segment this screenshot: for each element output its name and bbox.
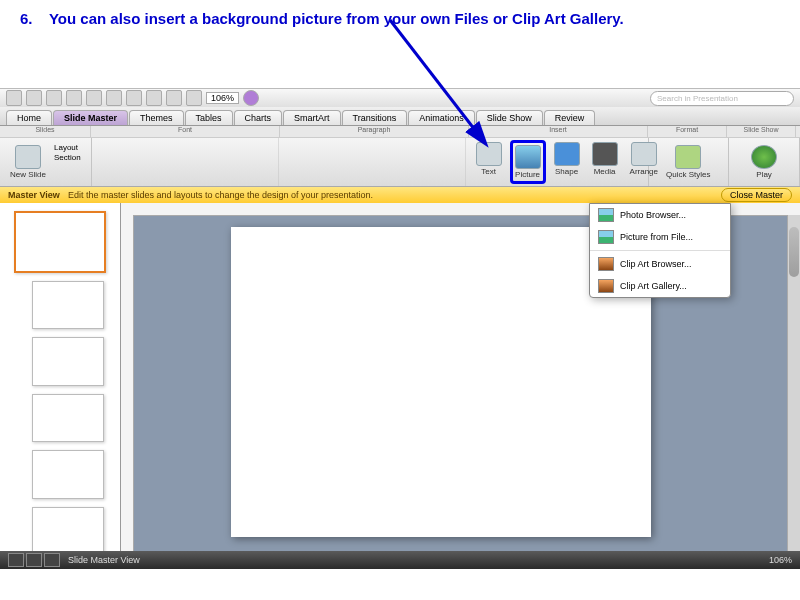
quick-styles-icon (675, 145, 701, 169)
menu-picture-from-file[interactable]: Picture from File... (590, 226, 730, 248)
layout-thumbnail[interactable] (32, 507, 104, 555)
text-button[interactable]: Text (472, 140, 506, 184)
status-bar: Slide Master View 106% (0, 551, 800, 569)
slideshow-view-icon[interactable] (44, 553, 60, 567)
tab-transitions[interactable]: Transitions (342, 110, 408, 125)
picture-button[interactable]: Picture (510, 140, 546, 184)
vertical-scrollbar[interactable] (787, 215, 800, 563)
layout-thumbnail[interactable] (32, 281, 104, 329)
section-paragraph: Paragraph (280, 126, 469, 137)
picture-icon (515, 145, 541, 169)
menu-photo-browser[interactable]: Photo Browser... (590, 204, 730, 226)
master-view-bar: Master View Edit the master slides and l… (0, 187, 800, 203)
ribbon-tabs: Home Slide Master Themes Tables Charts S… (0, 107, 800, 126)
zoom-value[interactable]: 106% (206, 92, 239, 104)
format-icon[interactable] (166, 90, 182, 106)
section-insert: Insert (469, 126, 648, 137)
slide-thumbnail-panel (0, 203, 121, 563)
canvas-area: Photo Browser... Picture from File... Cl… (121, 203, 800, 563)
media-icon (592, 142, 618, 166)
vertical-ruler (121, 215, 134, 563)
new-slide-button[interactable]: New Slide (6, 143, 50, 181)
tab-slide-master[interactable]: Slide Master (53, 110, 128, 125)
section-format: Format (648, 126, 727, 137)
shape-button[interactable]: Shape (550, 140, 584, 184)
redo-icon[interactable] (86, 90, 102, 106)
quick-styles-button[interactable]: Quick Styles (655, 143, 723, 181)
save-icon[interactable] (6, 90, 22, 106)
sorter-view-icon[interactable] (26, 553, 42, 567)
master-view-label: Master View (8, 190, 60, 200)
instruction-text: You can also insert a background picture… (49, 10, 624, 27)
photo-browser-icon (598, 208, 614, 222)
tab-smartart[interactable]: SmartArt (283, 110, 341, 125)
media-button[interactable]: Media (588, 140, 622, 184)
menu-clip-art-gallery[interactable]: Clip Art Gallery... (590, 275, 730, 297)
layout-thumbnail[interactable] (32, 337, 104, 385)
tab-tables[interactable]: Tables (185, 110, 233, 125)
tab-charts[interactable]: Charts (234, 110, 283, 125)
undo-icon[interactable] (66, 90, 82, 106)
print-icon[interactable] (26, 90, 42, 106)
master-view-hint: Edit the master slides and layouts to ch… (68, 190, 373, 200)
group-slideshow: Play (729, 138, 800, 186)
view-mode-icons (8, 553, 60, 567)
scrollbar-thumb[interactable] (789, 227, 799, 277)
normal-view-icon[interactable] (8, 553, 24, 567)
new-slide-icon (15, 145, 41, 169)
slide-canvas[interactable] (231, 227, 651, 537)
quick-access-toolbar: 106% Search in Presentation (0, 89, 800, 107)
tab-home[interactable]: Home (6, 110, 52, 125)
tab-review[interactable]: Review (544, 110, 596, 125)
clip-art-browser-icon (598, 257, 614, 271)
layout-thumbnail[interactable] (32, 394, 104, 442)
shape-icon (554, 142, 580, 166)
search-placeholder: Search in Presentation (657, 94, 738, 103)
paste-icon[interactable] (146, 90, 162, 106)
layout-button[interactable]: Layout (54, 143, 81, 152)
search-input[interactable]: Search in Presentation (650, 91, 794, 106)
menu-separator (590, 250, 730, 251)
menu-clip-art-browser[interactable]: Clip Art Browser... (590, 253, 730, 275)
instruction-line: 6. You can also insert a background pict… (0, 0, 800, 27)
cut-icon[interactable] (106, 90, 122, 106)
tab-themes[interactable]: Themes (129, 110, 184, 125)
show-icon[interactable] (186, 90, 202, 106)
workspace: Photo Browser... Picture from File... Cl… (0, 203, 800, 563)
status-view-label: Slide Master View (68, 555, 140, 565)
instruction-number: 6. (20, 10, 45, 27)
text-icon (476, 142, 502, 166)
master-thumbnail[interactable] (14, 211, 106, 273)
help-icon[interactable] (243, 90, 259, 106)
group-font (92, 138, 279, 186)
tab-animations[interactable]: Animations (408, 110, 475, 125)
picture-dropdown-menu: Photo Browser... Picture from File... Cl… (589, 203, 731, 298)
section-slideshow: Slide Show (727, 126, 796, 137)
floppy-icon[interactable] (46, 90, 62, 106)
copy-icon[interactable] (126, 90, 142, 106)
clip-art-gallery-icon (598, 279, 614, 293)
section-slides: Slides (0, 126, 91, 137)
group-paragraph (279, 138, 466, 186)
group-format: Quick Styles (649, 138, 730, 186)
status-zoom[interactable]: 106% (769, 555, 792, 565)
ribbon: New Slide Layout Section Text Picture Sh… (0, 138, 800, 187)
powerpoint-window: 106% Search in Presentation Home Slide M… (0, 88, 800, 569)
section-font: Font (91, 126, 280, 137)
play-button[interactable]: Play (735, 143, 793, 181)
close-master-button[interactable]: Close Master (721, 188, 792, 202)
group-insert: Text Picture Shape Media Arrange (466, 138, 649, 186)
ribbon-section-labels: Slides Font Paragraph Insert Format Slid… (0, 126, 800, 138)
play-icon (751, 145, 777, 169)
picture-file-icon (598, 230, 614, 244)
layout-thumbnail[interactable] (32, 450, 104, 498)
section-button[interactable]: Section (54, 153, 81, 162)
tab-slide-show[interactable]: Slide Show (476, 110, 543, 125)
group-slides: New Slide Layout Section (0, 138, 92, 186)
